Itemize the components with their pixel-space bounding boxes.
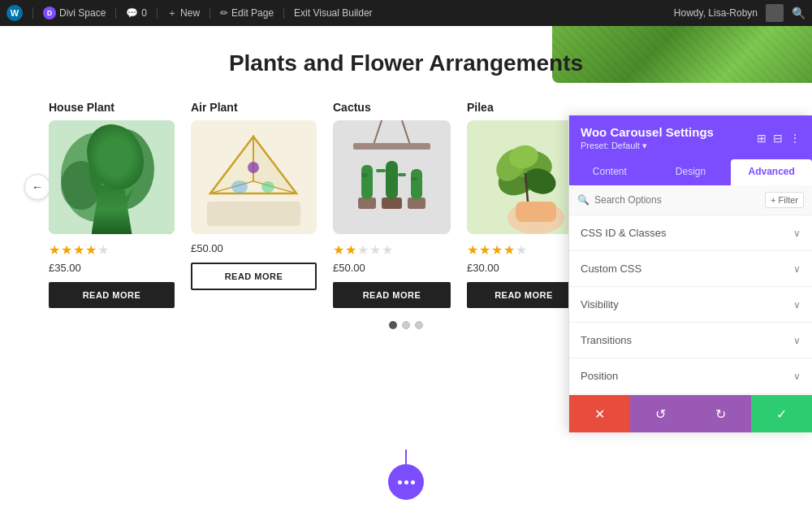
svg-rect-26 — [408, 198, 425, 209]
divi-footer — [388, 449, 424, 508]
star-p4: ★ — [503, 242, 515, 258]
panel-tabs: Content Design Advanced — [569, 159, 812, 185]
star-p5: ★ — [516, 242, 527, 258]
svg-point-13 — [231, 180, 248, 193]
read-more-button-air-plant[interactable]: READ MORE — [191, 263, 317, 290]
divi-dot-3 — [411, 480, 415, 484]
product-price-cactus: £50.00 — [333, 262, 451, 274]
tab-content[interactable]: Content — [569, 159, 650, 185]
svg-rect-20 — [361, 165, 373, 199]
read-more-button-house-plant[interactable]: READ MORE — [49, 282, 175, 308]
save-button[interactable]: ✓ — [751, 395, 812, 432]
star-p2: ★ — [479, 242, 490, 258]
admin-bar: W D Divi Space 💬 0 ＋ New ✏ Edit Page Exi… — [0, 0, 812, 26]
search-icon[interactable]: 🔍 — [792, 7, 806, 20]
star-1: ★ — [49, 242, 60, 258]
chevron-down-icon-2: ∨ — [793, 263, 801, 275]
star-rating-pilea: ★ ★ ★ ★ ★ — [467, 242, 581, 258]
plus-icon: ＋ — [167, 7, 177, 20]
cactus-svg — [333, 120, 451, 234]
divi-dot-1 — [398, 480, 402, 484]
divi-space-label: Divi Space — [59, 7, 106, 19]
section-transitions-header[interactable]: Transitions ∨ — [569, 323, 812, 358]
comment-count: 0 — [141, 7, 147, 19]
panel-sections: CSS ID & Classes ∨ Custom CSS ∨ Visibili… — [569, 215, 812, 395]
svg-rect-21 — [361, 173, 368, 177]
svg-point-2 — [89, 128, 154, 210]
product-card-pilea: Pilea — [467, 101, 581, 308]
panel-icon-menu[interactable]: ⋮ — [789, 132, 801, 145]
product-title-pilea: Pilea — [467, 101, 581, 114]
panel-preset[interactable]: Preset: Default ▾ — [581, 141, 714, 151]
pilea-svg — [467, 120, 581, 234]
star-c5: ★ — [382, 242, 393, 258]
comments-item[interactable]: 💬 0 — [126, 7, 147, 19]
panel-header: Woo Carousel Settings Preset: Default ▾ … — [569, 115, 812, 159]
carousel-dot-3[interactable] — [415, 321, 423, 329]
product-title-house-plant: House Plant — [49, 101, 175, 114]
edit-page-item[interactable]: ✏ Edit Page — [220, 7, 274, 19]
section-position-header[interactable]: Position ∨ — [569, 358, 812, 393]
tab-advanced[interactable]: Advanced — [731, 159, 812, 185]
star-c3: ★ — [357, 242, 369, 258]
panel-search: 🔍 + Filter — [569, 185, 812, 215]
panel-footer: ✕ ↺ ↻ ✓ — [569, 395, 812, 432]
separator-2 — [115, 7, 116, 19]
panel-title: Woo Carousel Settings — [581, 125, 714, 139]
star-c1: ★ — [333, 242, 344, 258]
svg-rect-7 — [207, 202, 300, 226]
svg-rect-23 — [386, 161, 398, 199]
exit-builder-item[interactable]: Exit Visual Builder — [294, 7, 373, 19]
product-image-pilea — [467, 120, 581, 234]
read-more-button-cactus[interactable]: READ MORE — [333, 282, 451, 308]
section-visibility-header[interactable]: Visibility ∨ — [569, 287, 812, 322]
carousel-prev-button[interactable]: ← — [24, 174, 50, 200]
admin-bar-right: Howdy, Lisa-Robyn 🔍 — [674, 4, 806, 22]
product-image-air-plant — [191, 120, 317, 234]
divi-module-button[interactable] — [388, 464, 424, 500]
carousel-dot-1[interactable] — [389, 321, 397, 329]
divi-logo-icon: D — [43, 7, 56, 20]
filter-button[interactable]: + Filter — [765, 192, 804, 208]
divi-footer-container — [388, 449, 424, 500]
svg-rect-18 — [353, 143, 430, 150]
svg-rect-19 — [358, 198, 376, 209]
carousel-dot-2[interactable] — [402, 321, 410, 329]
section-css-id-classes-header[interactable]: CSS ID & Classes ∨ — [569, 215, 812, 250]
redo-button[interactable]: ↻ — [691, 395, 752, 432]
section-custom-css-label: Custom CSS — [581, 263, 641, 275]
svg-point-5 — [61, 161, 102, 210]
house-plant-svg — [49, 120, 175, 234]
wp-logo-icon: W — [6, 5, 23, 21]
svg-rect-3 — [102, 210, 122, 226]
panel-icon-columns[interactable]: ⊟ — [773, 132, 783, 145]
wp-logo-item[interactable]: W — [6, 5, 23, 21]
separator-3 — [157, 7, 158, 19]
pencil-icon: ✏ — [220, 7, 228, 19]
svg-rect-27 — [411, 169, 422, 199]
section-css-id-classes-label: CSS ID & Classes — [581, 227, 666, 239]
chevron-down-icon-5: ∨ — [793, 371, 801, 382]
panel-icon-expand[interactable]: ⊞ — [757, 132, 767, 145]
read-more-button-pilea[interactable]: READ MORE — [467, 282, 581, 308]
divi-dots — [398, 480, 415, 484]
divi-space-item[interactable]: D Divi Space — [43, 7, 106, 20]
svg-rect-25 — [398, 173, 406, 176]
undo-button[interactable]: ↺ — [630, 395, 691, 432]
star-c2: ★ — [345, 242, 356, 258]
star-4: ★ — [85, 242, 97, 258]
tab-design[interactable]: Design — [650, 159, 732, 185]
svg-rect-31 — [516, 202, 556, 222]
section-transitions: Transitions ∨ — [569, 323, 812, 358]
product-title-air-plant: Air Plant — [191, 101, 317, 114]
greeting-label: Howdy, Lisa-Robyn — [674, 7, 758, 19]
cancel-button[interactable]: ✕ — [569, 395, 630, 432]
star-5: ★ — [97, 242, 109, 258]
svg-point-14 — [261, 181, 274, 193]
section-position: Position ∨ — [569, 358, 812, 394]
new-item[interactable]: ＋ New — [167, 7, 200, 20]
section-custom-css-header[interactable]: Custom CSS ∨ — [569, 251, 812, 286]
search-options-input[interactable] — [594, 194, 760, 206]
user-avatar — [766, 4, 784, 22]
search-icon: 🔍 — [577, 194, 590, 206]
